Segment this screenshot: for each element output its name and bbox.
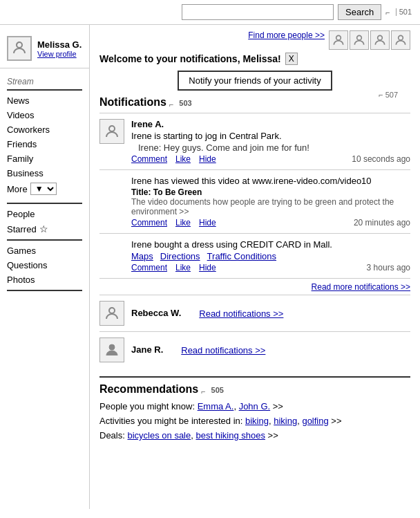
sidebar-divider-4	[7, 290, 82, 291]
rebecca-read-link[interactable]: Read notifications >>	[199, 308, 283, 319]
sidebar-divider-3	[7, 239, 82, 241]
sidebar-item-more[interactable]: More ▼	[0, 181, 89, 197]
sidebar-section2: People Starred ☆ Games Questions Photos	[0, 203, 89, 291]
sidebar-friends-label: Friends	[7, 139, 37, 149]
sidebar-business-label: Business	[7, 168, 44, 178]
friend-avatar-3	[370, 30, 390, 50]
sidebar-item-games[interactable]: Games	[0, 243, 89, 258]
rec-deals-prefix: Deals:	[99, 430, 127, 441]
read-more-notifications-link[interactable]: Read more notifications >>	[312, 282, 410, 292]
main-layout: Melissa G. View profile Stream News Vide…	[0, 25, 420, 509]
like-link-1[interactable]: Like	[175, 154, 191, 164]
sidebar-profile: Melissa G. View profile	[0, 32, 89, 68]
rebecca-avatar	[99, 301, 124, 326]
annotation-503: 503	[179, 99, 191, 107]
read-more-row: Read more notifications >>	[99, 278, 410, 295]
svg-point-0	[17, 42, 22, 48]
notifications-title: Notifications	[99, 96, 166, 109]
search-button[interactable]: Search	[338, 4, 381, 20]
rec-deals-line: Deals: bicycles on sale, best hiking sho…	[99, 430, 410, 441]
svg-point-3	[378, 35, 383, 40]
sidebar-item-photos[interactable]: Photos	[0, 272, 89, 287]
find-more-row: Find more people >>	[99, 30, 410, 50]
star-icon: ☆	[39, 223, 48, 234]
comment-link-2[interactable]: Comment	[131, 218, 167, 228]
sidebar-item-videos[interactable]: Videos	[0, 108, 89, 122]
profile-info: Melissa G. View profile	[37, 39, 82, 58]
directions-link[interactable]: Directions	[160, 251, 200, 261]
rec-deals-suffix: >>	[265, 430, 278, 441]
hide-link-2[interactable]: Hide	[199, 218, 216, 228]
like-link-2[interactable]: Like	[175, 218, 191, 228]
notification-item-1: Irene A. Irene is starting to jog in Cen…	[99, 113, 410, 169]
rec-activities-suffix: >>	[329, 416, 342, 426]
rec-activities-prefix: Activities you might be interested in:	[99, 416, 245, 426]
rec-emma-link[interactable]: Emma A.	[198, 401, 234, 411]
annotation-503-bracket: ⌐	[169, 100, 173, 109]
comment-link-1[interactable]: Comment	[131, 154, 167, 164]
svg-point-5	[109, 126, 115, 131]
svg-point-7	[109, 344, 115, 350]
jane-avatar	[99, 337, 124, 362]
jane-read-link[interactable]: Read notifications >>	[181, 345, 265, 355]
sidebar-item-people[interactable]: People	[0, 207, 89, 221]
sidebar-item-starred[interactable]: Starred ☆	[0, 221, 89, 237]
maps-link[interactable]: Maps	[131, 251, 153, 261]
like-link-3[interactable]: Like	[175, 263, 191, 272]
view-profile-link[interactable]: View profile	[37, 50, 82, 58]
sidebar-news-label: News	[7, 95, 30, 106]
rec-people-prefix: People you might know:	[99, 401, 198, 411]
annotation-505: 505	[211, 386, 224, 394]
hide-link-3[interactable]: Hide	[199, 263, 216, 272]
content-area: Find more people >>	[90, 25, 420, 509]
top-search-bar: Search ⌐ 501	[0, 0, 420, 25]
hide-link-1[interactable]: Hide	[199, 154, 216, 164]
rec-activities-line: Activities you might be interested in: b…	[99, 416, 410, 426]
avatar	[7, 36, 32, 61]
welcome-banner: Welcome to your notifications, Melissa! …	[99, 53, 410, 65]
rec-hiking-link[interactable]: hiking	[274, 416, 297, 426]
notification-item-3: Irene bought a dress using CREDIT CARD i…	[99, 233, 410, 278]
notification-actions-3: Comment Like Hide 3 hours ago	[131, 263, 410, 272]
sidebar-item-family[interactable]: Family	[0, 151, 89, 166]
rec-john-link[interactable]: John G.	[239, 401, 271, 411]
sidebar-questions-label: Questions	[7, 260, 48, 270]
notification-time-2: 20 minutes ago	[354, 218, 410, 228]
close-welcome-button[interactable]: X	[285, 53, 298, 65]
rec-people-suffix: >>	[270, 401, 283, 411]
rebecca-name: Rebecca W.	[131, 308, 181, 318]
friend-avatar-4	[391, 30, 410, 50]
sidebar-item-business[interactable]: Business	[0, 166, 89, 181]
find-more-link[interactable]: Find more people >>	[248, 30, 325, 40]
notification-quote-1: Irene: Hey guys. Come and join me for fu…	[131, 142, 410, 153]
sidebar-item-friends[interactable]: Friends	[0, 137, 89, 151]
notification-content-3: Irene bought a dress using CREDIT CARD i…	[99, 239, 410, 272]
sidebar-divider-1	[7, 89, 82, 91]
rec-hiking-shoes-link[interactable]: best hiking shoes	[195, 430, 265, 441]
rec-bicycles-link[interactable]: bicycles on sale	[127, 430, 191, 441]
notify-friends-button[interactable]: Notify your friends of your activity	[178, 71, 332, 91]
sidebar-coworkers-label: Coworkers	[7, 124, 50, 135]
notification-text-1: Irene is starting to jog in Central Park…	[131, 131, 410, 141]
annotation-505-bracket: ⌐	[201, 387, 205, 396]
svg-point-6	[109, 308, 115, 313]
comment-link-3[interactable]: Comment	[131, 263, 167, 272]
annotation-501-label: 501	[396, 8, 412, 16]
user-avatar-icon	[11, 39, 28, 58]
more-dropdown[interactable]: ▼	[30, 183, 57, 195]
search-input[interactable]	[182, 4, 334, 20]
notification-content-2: Irene has viewed this video at www.irene…	[99, 176, 410, 228]
notifications-header: Notifications ⌐ 503	[99, 96, 410, 109]
rec-biking-link[interactable]: biking	[245, 416, 269, 426]
jane-name: Jane R.	[131, 344, 163, 355]
rec-golfing-link[interactable]: golfing	[302, 416, 328, 426]
profile-name: Melissa G.	[37, 39, 82, 50]
recommendations-title: Recommendations	[99, 383, 198, 396]
sidebar-item-coworkers[interactable]: Coworkers	[0, 122, 89, 137]
sidebar-item-news[interactable]: News	[0, 93, 89, 108]
other-user-jane: Jane R. Read notifications >>	[99, 331, 410, 368]
friend-avatar-1	[329, 30, 348, 50]
sidebar-item-questions[interactable]: Questions	[0, 258, 89, 272]
recommendations-section: Recommendations ⌐ 505 People you might k…	[99, 376, 410, 441]
traffic-link[interactable]: Traffic Conditions	[207, 251, 276, 261]
